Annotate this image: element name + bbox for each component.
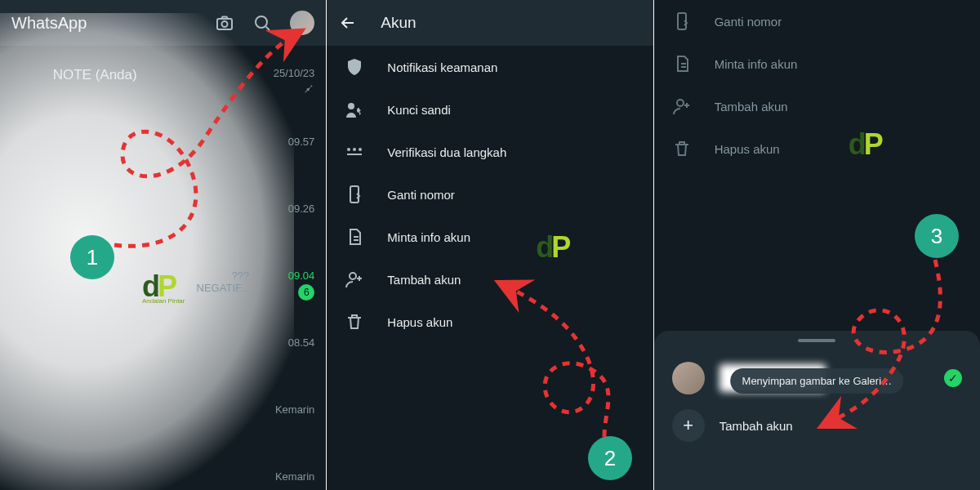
item-label: Hapus akun [715, 142, 780, 156]
dimmed-settings-list: Ganti nomor Minta info akun Tambah akun … [654, 0, 980, 170]
watermark-logo: dP [536, 230, 568, 265]
item-label: Ganti nomor [387, 188, 455, 202]
chat-name: NOTE (Anda) [53, 67, 137, 83]
item-label: Minta info akun [715, 57, 798, 71]
chat-time: 09.57 [288, 136, 315, 148]
item-change-number: Ganti nomor [654, 0, 980, 42]
svg-point-9 [350, 273, 356, 279]
pin-icon [303, 82, 314, 96]
chat-time: Kemarin [275, 403, 314, 416]
chat-row[interactable]: 09.04 ??? NEGATIF... 6 [288, 270, 315, 282]
add-account-icon [345, 270, 364, 289]
add-account-icon [672, 96, 692, 116]
panel-2-account-settings: Akun Notifikasi keamanan Kunci sandi Ver… [326, 0, 653, 490]
item-label: Tambah akun [387, 273, 461, 287]
chat-time: 09.26 [288, 203, 315, 215]
chat-row[interactable]: 08.54 [288, 336, 315, 349]
item-security-notifications[interactable]: Notifikasi keamanan [327, 46, 653, 88]
plus-icon: + [672, 409, 705, 442]
spotlight-overlay [0, 13, 294, 490]
doc-icon [345, 227, 364, 247]
svg-point-5 [353, 148, 356, 151]
trash-icon [345, 312, 364, 332]
item-label: Hapus akun [387, 315, 452, 329]
item-delete-account[interactable]: Hapus akun [327, 301, 653, 343]
item-label: Notifikasi keamanan [387, 60, 497, 74]
item-passkey[interactable]: Kunci sandi [327, 88, 653, 131]
item-two-step[interactable]: Verifikasi dua langkah [327, 131, 653, 173]
item-request-info[interactable]: Minta info akun [327, 216, 653, 258]
watermark-logo: dP Andalan Pintar [142, 270, 185, 305]
item-request-info: Minta info akun [654, 42, 980, 85]
account-bottom-sheet: ✓ + Tambah akun [654, 331, 980, 490]
chat-row[interactable]: Kemarin [275, 403, 314, 416]
avatar [672, 362, 705, 394]
item-label: Verifikasi dua langkah [387, 145, 506, 159]
trash-icon [672, 139, 692, 158]
svg-point-3 [348, 103, 354, 109]
unread-badge: 6 [298, 284, 314, 301]
add-account-row[interactable]: + Tambah akun [654, 403, 980, 448]
passkey-icon [345, 100, 364, 119]
svg-point-11 [677, 100, 684, 106]
item-change-number[interactable]: Ganti nomor [327, 173, 653, 216]
panel-1-chatlist: WhatsApp NOTE (Anda) 25/10/23 09.57 09.2… [0, 0, 326, 490]
step-badge-1: 1 [70, 235, 114, 279]
item-label: Minta info akun [387, 230, 470, 244]
item-label: Kunci sandi [387, 103, 451, 117]
chat-name: ??? NEGATIF... [197, 270, 250, 294]
chat-row[interactable]: 09.57 [288, 136, 315, 148]
item-delete-account: Hapus akun [654, 127, 980, 170]
step-badge-3: 3 [915, 214, 959, 258]
item-add-account: Tambah akun [654, 85, 980, 127]
chat-time: 09.04 [288, 270, 315, 282]
item-label: Tambah akun [715, 100, 788, 114]
toast-message: Menyimpan gambar ke Galeri… [731, 368, 904, 394]
chat-row[interactable]: NOTE (Anda) 25/10/23 [274, 67, 315, 79]
settings-list: Notifikasi keamanan Kunci sandi Verifika… [327, 46, 653, 343]
watermark-logo: dP [849, 127, 881, 162]
back-icon[interactable] [338, 13, 358, 33]
selected-check-icon: ✓ [944, 369, 962, 387]
doc-icon [672, 54, 692, 74]
two-step-icon [345, 142, 364, 162]
svg-rect-7 [347, 154, 362, 155]
add-account-label: Tambah akun [719, 419, 793, 433]
chat-time: Kemarin [275, 470, 314, 483]
sheet-handle-icon[interactable] [798, 339, 835, 342]
chat-time: 25/10/23 [274, 67, 315, 79]
svg-point-6 [359, 148, 362, 151]
change-number-icon [672, 11, 692, 31]
settings-header: Akun [327, 0, 653, 46]
chat-row[interactable]: Kemarin [275, 470, 314, 483]
svg-point-4 [347, 148, 350, 151]
change-number-icon [345, 185, 364, 204]
step-badge-2: 2 [588, 436, 632, 480]
item-add-account[interactable]: Tambah akun [327, 258, 653, 301]
chat-time: 08.54 [288, 336, 315, 349]
chat-row[interactable]: 09.26 [288, 203, 315, 215]
tutorial-triptych: WhatsApp NOTE (Anda) 25/10/23 09.57 09.2… [0, 0, 980, 490]
settings-title: Akun [381, 14, 416, 32]
shield-icon [345, 57, 364, 77]
item-label: Ganti nomor [715, 15, 782, 29]
